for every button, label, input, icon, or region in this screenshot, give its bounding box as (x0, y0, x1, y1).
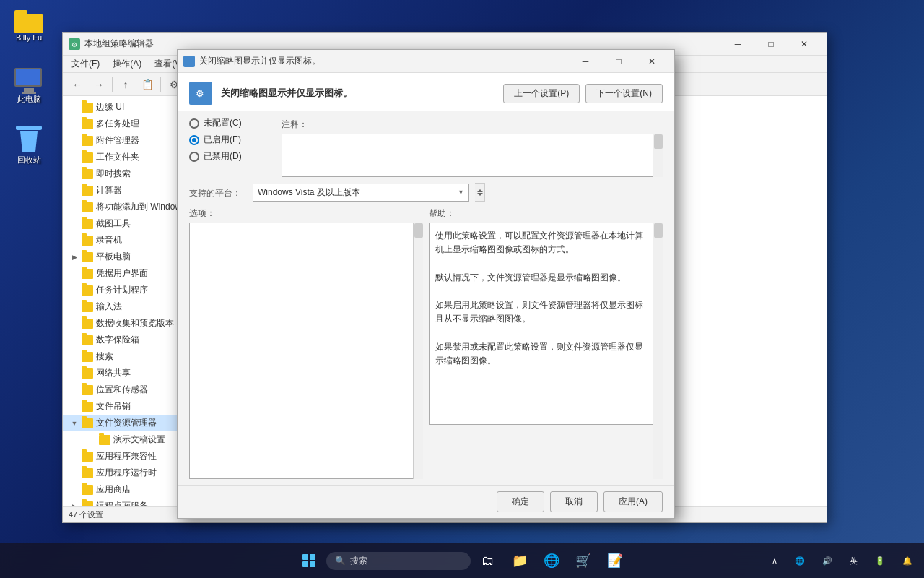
radio-enabled-circle (189, 135, 199, 145)
help-textbox: 使用此策略设置，可以配置文件资源管理器在本地计算机上显示缩略图图像或图标的方式。… (429, 223, 663, 425)
dialog-content: ⚙ 关闭缩略图显示并仅显示图标。 上一个设置(P) 下一个设置(N) (178, 73, 674, 518)
platform-row: 支持的平台： Windows Vista 及以上版本 ▼ (189, 183, 663, 202)
taskbar-icon-files[interactable]: 🗂 (474, 546, 502, 575)
search-icon: 🔍 (335, 556, 346, 566)
supported-label: 支持的平台： (189, 186, 247, 199)
desktop: Billy Fu 此电脑 回收站 ⚙ 本地组策略编辑器 ─ □ ✕ (0, 0, 924, 578)
ok-button[interactable]: 确定 (497, 491, 544, 512)
dialog-close-button[interactable]: ✕ (635, 50, 668, 73)
network-icon[interactable]: 🌐 (789, 553, 811, 569)
next-setting-button[interactable]: 下一个设置(N) (585, 84, 663, 103)
note-label: 注释： (282, 117, 663, 131)
search-bar[interactable]: 🔍 搜索 (326, 552, 471, 570)
supported-platform-value: Windows Vista 及以上版本 (258, 186, 360, 199)
apply-button[interactable]: 应用(A) (603, 491, 663, 512)
search-placeholder: 搜索 (350, 555, 367, 567)
dialog-maximize-button[interactable]: □ (602, 50, 635, 73)
scroll-up-arrow (477, 189, 483, 192)
system-tray-chevron[interactable]: ∧ (766, 553, 783, 569)
start-button[interactable] (295, 546, 323, 575)
dialog-window: 关闭缩略图显示并仅显示图标。 ─ □ ✕ ⚙ 关闭 (177, 49, 675, 519)
scroll-down-arrow (477, 193, 483, 196)
options-textbox[interactable] (189, 223, 423, 479)
language-text: 英 (850, 556, 858, 566)
taskbar-icon-edge[interactable]: 🌐 (537, 546, 566, 575)
options-box-container (189, 223, 423, 479)
taskbar: 🔍 搜索 🗂 📁 🌐 🛒 📝 ∧ 🌐 🔊 英 🔋 🔔 (0, 543, 924, 578)
dialog-nav: 上一个设置(P) 下一个设置(N) (503, 84, 663, 103)
dialog-title: 关闭缩略图显示并仅显示图标。 (199, 55, 569, 67)
svg-rect-8 (310, 561, 315, 567)
note-row: 未配置(C) 已启用(E) 已禁用(D) (189, 117, 663, 177)
cancel-button[interactable]: 取消 (550, 491, 598, 512)
help-label: 帮助： (429, 207, 663, 220)
help-box-container: 使用此策略设置，可以配置文件资源管理器在本地计算机上显示缩略图图像或图标的方式。… (429, 223, 663, 479)
dialog-minimize-button[interactable]: ─ (569, 50, 602, 73)
notification-icon[interactable]: 🔔 (897, 553, 918, 569)
dialog-body: 未配置(C) 已启用(E) 已禁用(D) (178, 111, 674, 485)
prev-setting-button[interactable]: 上一个设置(P) (503, 84, 580, 103)
note-textbox[interactable] (282, 134, 663, 177)
radio-disabled-label: 已禁用(D) (204, 150, 242, 163)
options-scrollbar (413, 223, 423, 479)
taskbar-icon-store[interactable]: 🛒 (569, 546, 598, 575)
svg-rect-2 (185, 57, 193, 66)
options-help-section: 选项： 帮助： 使用此策略设置 (189, 207, 663, 479)
dialog-titlebar: 关闭缩略图显示并仅显示图标。 ─ □ ✕ (178, 50, 674, 73)
radio-disabled-circle (189, 152, 199, 162)
note-box-container (282, 134, 663, 177)
help-scrollbar (653, 223, 663, 479)
dropdown-arrow: ▼ (458, 189, 464, 196)
radio-group: 未配置(C) 已启用(E) 已禁用(D) (189, 117, 276, 163)
dialog-footer: 确定 取消 应用(A) (178, 485, 674, 518)
svg-rect-5 (302, 554, 308, 560)
taskbar-icon-notepad[interactable]: 📝 (601, 546, 629, 575)
options-label: 选项： (189, 207, 423, 220)
options-col: 选项： (189, 207, 423, 479)
taskbar-icon-explorer[interactable]: 📁 (505, 546, 534, 575)
note-scrollbar-thumb (654, 134, 663, 149)
taskbar-center: 🔍 搜索 🗂 📁 🌐 🛒 📝 (295, 546, 629, 575)
help-scrollbar-thumb (654, 223, 663, 238)
dialog-header: ⚙ 关闭缩略图显示并仅显示图标。 上一个设置(P) 下一个设置(N) (178, 73, 674, 111)
radio-enabled[interactable]: 已启用(E) (189, 134, 276, 146)
radio-unconfigured-label: 未配置(C) (204, 117, 242, 129)
taskbar-system-tray: ∧ 🌐 🔊 英 🔋 🔔 (766, 543, 918, 578)
supported-platform-dropdown[interactable]: Windows Vista 及以上版本 ▼ (253, 184, 469, 202)
radio-disabled[interactable]: 已禁用(D) (189, 150, 276, 163)
help-col: 帮助： 使用此策略设置，可以配置文件资源管理器在本地计算机上显示缩略图图像或图标… (429, 207, 663, 479)
platform-scrollbar (475, 183, 485, 202)
radio-unconfigured-circle (189, 118, 199, 129)
dialog-header-title: 关闭缩略图显示并仅显示图标。 (221, 87, 352, 100)
radio-enabled-label: 已启用(E) (204, 134, 241, 146)
battery-icon[interactable]: 🔋 (869, 553, 891, 569)
dialog-icon (183, 56, 195, 67)
radio-unconfigured[interactable]: 未配置(C) (189, 117, 276, 129)
dialog-window-controls: ─ □ ✕ (569, 50, 668, 73)
note-section: 注释： (282, 117, 663, 177)
svg-rect-6 (310, 554, 315, 560)
svg-rect-7 (302, 561, 308, 567)
dialog-header-icon: ⚙ (189, 82, 212, 105)
language-indicator[interactable]: 英 (844, 553, 863, 569)
dialog-overlay: 关闭缩略图显示并仅显示图标。 ─ □ ✕ ⚙ 关闭 (0, 0, 924, 578)
svg-text:⚙: ⚙ (196, 88, 204, 99)
options-scrollbar-thumb (414, 223, 423, 238)
note-scrollbar (653, 134, 663, 177)
volume-icon[interactable]: 🔊 (816, 553, 838, 569)
